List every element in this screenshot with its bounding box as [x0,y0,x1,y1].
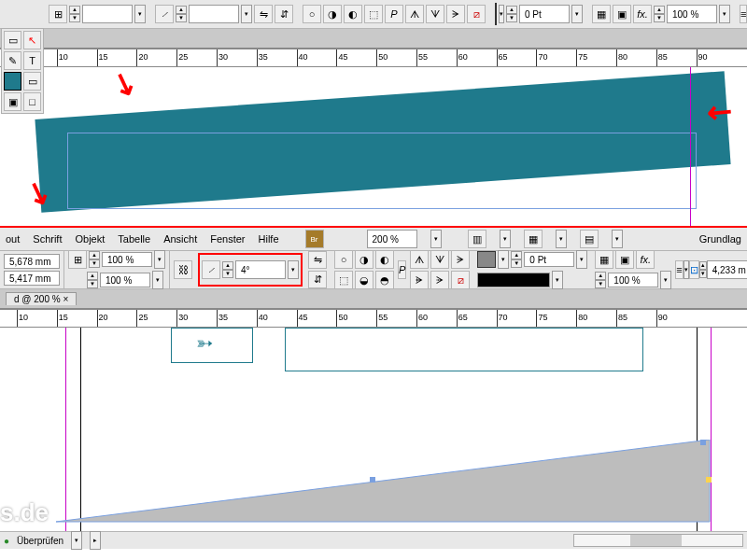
menu-fenster[interactable]: Fenster [210,233,245,245]
w-field-2[interactable] [707,260,747,279]
screen-mode-icon[interactable]: ▥ [468,230,486,248]
stroke-field[interactable] [519,5,570,23]
stroke-stepper-2[interactable]: ▲▼ [511,251,522,268]
menu-objekt[interactable]: Objekt [75,233,105,245]
flip-h-icon-2[interactable]: ⇋ [308,251,327,269]
workspace-dd[interactable]: ▾ [612,230,623,248]
scale-h-dd[interactable]: ▾ [154,250,165,269]
x-dropdown[interactable]: ▾ [134,5,146,23]
p-icon-2[interactable]: P [398,260,406,279]
scale-v-field[interactable] [100,273,150,287]
zoom-dropdown[interactable]: ▾ [430,230,442,248]
opacity-dropdown[interactable]: ▾ [719,5,730,23]
stroke-style-field[interactable] [477,273,550,287]
stroke-stepper[interactable]: ▲▼ [506,6,517,22]
opacity-stepper-2[interactable]: ▲▼ [595,272,606,288]
arrange-docs-icon[interactable]: ▦ [524,230,543,248]
flip-h-icon[interactable]: ⇋ [254,5,273,23]
x-field[interactable] [82,5,133,23]
arrange-icon-2[interactable]: ᗐ [426,5,444,23]
fill-swatch[interactable] [495,3,497,25]
opacity-dd-2[interactable]: ▾ [660,271,671,289]
zoom-field[interactable] [367,230,417,248]
w-stepper-2[interactable]: ▲▼ [699,261,707,278]
page-nav-dropdown[interactable]: ▸ [90,531,101,550]
fx-b-3[interactable]: fx. [636,250,655,269]
stroke-style-icon[interactable]: ≡ [740,5,747,23]
pen-tool-icon[interactable]: ✎ [4,51,21,70]
grey-wedge-shape[interactable] [56,440,728,531]
workspace-label[interactable]: Grundlag [699,233,741,245]
chain-icon[interactable]: ⛓ [174,260,192,279]
align-icon[interactable]: ≡ [675,260,683,279]
coord-x-field[interactable] [4,254,60,269]
scale-lock-icon[interactable]: ⊞ [68,250,87,269]
rotation-dropdown-2[interactable]: ▾ [288,260,299,279]
wrap-b-3[interactable]: ◐ [375,250,394,269]
wrap-icon-4[interactable]: ⬚ [364,5,383,23]
scale-h-field[interactable] [102,252,152,267]
preflight-label[interactable]: Überprüfen [17,536,63,546]
fx-b-1[interactable]: ▦ [595,250,613,269]
fill-swatch-2[interactable] [477,251,496,268]
menu-hilfe[interactable]: Hilfe [259,233,279,245]
opacity-stepper[interactable]: ▲▼ [654,6,665,22]
screen-mode-dd[interactable]: ▾ [500,230,511,248]
swatch-tool-2[interactable]: ▭ [23,72,41,91]
effects-icon-2[interactable]: ▣ [613,5,631,23]
preflight-dropdown[interactable]: ▾ [71,531,82,550]
no-fill-icon-2[interactable]: ⧄ [451,271,470,289]
canvas-top[interactable]: ↘ ↘ ↘ [0,67,747,226]
scale-h-stepper[interactable]: ▲▼ [89,251,100,268]
arrange-b-2[interactable]: ᗐ [430,250,449,269]
horizontal-scrollbar[interactable] [573,534,743,547]
scale-v-dd[interactable]: ▾ [152,271,163,289]
text-frame-outline[interactable] [67,133,697,209]
direct-select-tool-icon[interactable]: ↖ [23,31,41,49]
arrange-b-5[interactable]: ᗔ [430,271,449,289]
arrange-b-1[interactable]: ᗑ [410,250,429,269]
wrap-b-1[interactable]: ○ [334,250,353,269]
stroke-style-dd-2[interactable]: ▾ [552,271,563,289]
text-frame-icon[interactable]: P [385,5,403,23]
flip-v-icon[interactable]: ⇵ [275,5,293,23]
stroke-field-2[interactable] [524,252,574,267]
opacity-field[interactable] [667,5,717,23]
rotation-dropdown[interactable]: ▾ [241,5,252,23]
flip-v-icon-2[interactable]: ⇵ [308,271,327,288]
fx-icon[interactable]: fx. [633,5,652,23]
content-mode-icon[interactable]: □ [23,92,41,111]
scale-v-stepper[interactable]: ▲▼ [87,272,98,288]
selection-tool-icon[interactable]: ▭ [4,31,21,49]
rotation-stepper[interactable]: ▲▼ [176,6,187,22]
coord-y-field[interactable] [4,271,60,286]
arrange-icon-3[interactable]: ᗒ [446,5,465,23]
wrap-icon-3[interactable]: ◐ [344,5,362,23]
opacity-field-2[interactable] [608,273,658,287]
x-stepper[interactable]: ▲▼ [69,6,80,22]
document-tab[interactable]: d @ 200 % × [6,292,77,305]
ref-point-icon[interactable]: ⊞ [49,5,67,23]
workspace-icon[interactable]: ▤ [580,230,599,248]
effects-icon-1[interactable]: ▦ [592,5,611,23]
arrange-icon-1[interactable]: ᗑ [405,5,424,23]
wrap-b-5[interactable]: ◒ [355,271,374,289]
menu-schrift[interactable]: Schrift [33,233,62,245]
wrap-b-4[interactable]: ⬚ [334,271,353,289]
fill-dd-2[interactable]: ▾ [498,250,509,269]
rotation-stepper-2[interactable]: ▲▼ [222,261,233,278]
fill-dropdown[interactable]: ▾ [499,5,504,23]
rotation-field-2[interactable] [235,260,286,279]
bridge-icon[interactable]: Br [305,230,324,248]
wrap-b-6[interactable]: ◓ [375,271,394,289]
canvas-bottom[interactable]: ➳ s.de [0,328,747,531]
wrap-icon-1[interactable]: ○ [303,5,321,23]
menu-layout[interactable]: out [6,233,20,245]
fx-b-2[interactable]: ▣ [615,250,634,269]
type-tool-icon[interactable]: T [23,51,41,70]
stroke-dropdown[interactable]: ▾ [571,5,583,23]
menu-ansicht[interactable]: Ansicht [163,233,197,245]
arrange-b-4[interactable]: ᗓ [410,271,429,289]
arrange-b-3[interactable]: ᗒ [451,250,470,269]
no-fill-icon[interactable]: ⧄ [467,5,486,23]
